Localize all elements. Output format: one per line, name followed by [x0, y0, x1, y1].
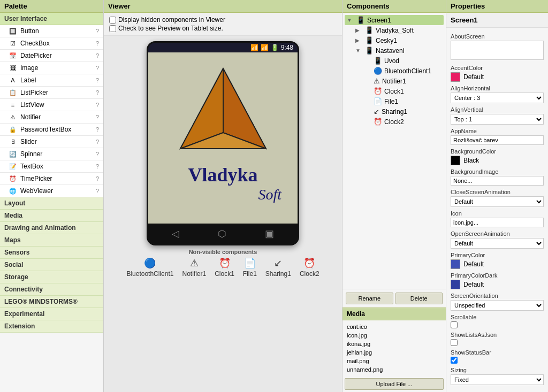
category-social[interactable]: Social: [0, 259, 103, 271]
palette-item-textbox[interactable]: 📝 TextBox ?: [0, 160, 103, 173]
align-vertical-select[interactable]: Top : 1 Center : 2 Bottom : 3: [451, 114, 544, 125]
tree-item-notifier[interactable]: ⚠ Notifier1: [362, 76, 444, 86]
properties-panel: Properties Screen1 AboutScreen AccentCol…: [446, 0, 548, 392]
palette-item-button[interactable]: 🔲 Button ?: [0, 25, 103, 37]
palette-item-spinner[interactable]: 🔄 Spinner ?: [0, 148, 103, 160]
hidden-components-checkbox[interactable]: [109, 17, 116, 24]
expand-nastaveni[interactable]: ▼: [355, 48, 363, 53]
palette-item-passwordtextbox[interactable]: 🔒 PasswordTextBox ?: [0, 124, 103, 136]
category-storage[interactable]: Storage: [0, 271, 103, 283]
button-help[interactable]: ?: [96, 28, 99, 34]
timepicker-help[interactable]: ?: [96, 175, 99, 182]
spinner-help[interactable]: ?: [96, 151, 99, 157]
screen-orient-select[interactable]: Unspecified Portrait Landscape: [451, 300, 544, 311]
media-item-ikonajpg[interactable]: ikona.jpg: [345, 340, 444, 348]
clock1-icon: ⏰: [374, 87, 382, 95]
button-icon: 🔲: [9, 27, 17, 35]
slider-label: Slider: [20, 138, 37, 145]
palette-item-listpicker[interactable]: 📋 ListPicker ?: [0, 87, 103, 99]
notifier-help[interactable]: ?: [96, 114, 99, 120]
datepicker-help[interactable]: ?: [96, 52, 99, 59]
primary-dark-swatch[interactable]: [451, 280, 460, 289]
upload-file-button[interactable]: Upload File ...: [345, 378, 444, 390]
palette-item-checkbox[interactable]: ☑ CheckBox ?: [0, 37, 103, 50]
image-help[interactable]: ?: [96, 65, 99, 71]
align-horizontal-select[interactable]: Center : 3 Left : 1 Right : 2: [451, 93, 544, 103]
category-lego--mindstorms-[interactable]: LEGO® MINDSTORMS®: [0, 296, 103, 308]
media-item-iconjpg[interactable]: icon.jpg: [345, 331, 444, 340]
checkbox-help[interactable]: ?: [96, 40, 99, 47]
category-sensors[interactable]: Sensors: [0, 247, 103, 259]
icon-input[interactable]: [451, 218, 544, 227]
palette-item-image[interactable]: 🖼 Image ?: [0, 62, 103, 74]
category-media[interactable]: Media: [0, 210, 103, 222]
tree-item-cesky[interactable]: ▶ 📱 Cesky1: [353, 35, 444, 45]
accent-color-swatch[interactable]: [451, 72, 460, 82]
recents-button[interactable]: ▣: [265, 228, 274, 240]
listpicker-help[interactable]: ?: [96, 89, 99, 96]
palette-item-slider[interactable]: 🎚 Slider ?: [0, 136, 103, 148]
textbox-label: TextBox: [20, 163, 43, 170]
home-button[interactable]: ⬡: [218, 228, 226, 240]
tree-item-screen1[interactable]: ▼ 📱 Screen1: [345, 15, 444, 25]
tree-item-uvod[interactable]: 📱 Uvod: [362, 56, 444, 66]
media-item-contico[interactable]: cont.ico: [345, 322, 444, 331]
media-item-mailpng[interactable]: mail.png: [345, 357, 444, 365]
media-item-unnamedpng[interactable]: unnamed.png: [345, 365, 444, 374]
tree-item-bluetooth[interactable]: 🔵 BluetoothClient1: [362, 66, 444, 76]
palette-header: Palette: [0, 0, 103, 13]
tree-children: ▶ 📱 Vladyka_Soft ▶ 📱 Cesky1 ▼ 📱 Nastaven…: [353, 25, 444, 127]
category-experimental[interactable]: Experimental: [0, 308, 103, 320]
category-connectivity[interactable]: Connectivity: [0, 283, 103, 296]
tree-item-clock1[interactable]: ⏰ Clock1: [362, 86, 444, 96]
category-maps[interactable]: Maps: [0, 234, 103, 247]
option-hidden-components[interactable]: Display hidden components in Viewer: [109, 16, 337, 24]
tablet-preview-checkbox[interactable]: [109, 25, 116, 32]
palette-item-label[interactable]: A Label ?: [0, 74, 103, 87]
expand-vladyka[interactable]: ▶: [355, 27, 363, 33]
show-status-checkbox[interactable]: [451, 357, 458, 364]
category-extension[interactable]: Extension: [0, 320, 103, 333]
slider-help[interactable]: ?: [96, 139, 99, 145]
listview-help[interactable]: ?: [96, 102, 99, 108]
palette-panel: Palette User Interface 🔲 Button ? ☑ Chec…: [0, 0, 104, 392]
bg-image-input[interactable]: [451, 176, 544, 186]
file1-nv-icon: 📄: [244, 257, 256, 269]
tree-item-nastaveni[interactable]: ▼ 📱 Nastaveni: [353, 45, 444, 56]
label-help[interactable]: ?: [96, 77, 99, 83]
option-tablet-preview[interactable]: Check to see Preview on Tablet size.: [109, 25, 337, 32]
expand-cesky[interactable]: ▶: [355, 37, 363, 43]
non-visible-label: Non-visible components: [112, 249, 333, 255]
tree-item-sharing1[interactable]: ↙ Sharing1: [362, 106, 444, 117]
file1-label: File1: [384, 98, 398, 105]
close-anim-select[interactable]: Default: [451, 196, 544, 207]
passwordtextbox-help[interactable]: ?: [96, 126, 99, 133]
palette-item-webviewer[interactable]: 🌐 WebViewer ?: [0, 185, 103, 197]
delete-button[interactable]: Delete: [395, 293, 443, 304]
palette-item-listview[interactable]: ≡ ListView ?: [0, 99, 103, 111]
rename-button[interactable]: Rename: [346, 293, 393, 304]
sizing-select[interactable]: Fixed Responsive: [451, 374, 544, 385]
primary-color-swatch[interactable]: [451, 259, 460, 269]
tree-item-file1[interactable]: 📄 File1: [362, 96, 444, 106]
tree-item-vladyka[interactable]: ▶ 📱 Vladyka_Soft: [353, 25, 444, 35]
webviewer-help[interactable]: ?: [96, 188, 99, 194]
about-screen-input[interactable]: [451, 41, 544, 60]
tree-item-clock2[interactable]: ⏰ Clock2: [362, 117, 444, 127]
media-item-jehlanjpg[interactable]: jehlan.jpg: [345, 348, 444, 357]
scrollable-checkbox[interactable]: [451, 321, 458, 328]
palette-item-timepicker[interactable]: ⏰ TimePicker ?: [0, 173, 103, 185]
non-visible-icons-list: 🔵BluetoothClient1⚠Notifier1⏰Clock1📄File1…: [112, 257, 333, 278]
palette-item-datepicker[interactable]: 📅 DatePicker ?: [0, 50, 103, 62]
open-anim-select[interactable]: Default: [451, 238, 544, 249]
category-layout[interactable]: Layout: [0, 197, 103, 210]
bg-color-swatch[interactable]: [451, 156, 460, 165]
show-lists-checkbox[interactable]: [451, 339, 458, 346]
app-name-input[interactable]: [451, 135, 544, 145]
palette-item-notifier[interactable]: ⚠ Notifier ?: [0, 111, 103, 124]
category-drawing-and-animation[interactable]: Drawing and Animation: [0, 222, 103, 234]
back-button[interactable]: ◁: [172, 228, 179, 240]
primary-dark-value: Default: [463, 281, 484, 288]
expand-screen1[interactable]: ▼: [347, 17, 354, 23]
textbox-help[interactable]: ?: [96, 163, 99, 170]
